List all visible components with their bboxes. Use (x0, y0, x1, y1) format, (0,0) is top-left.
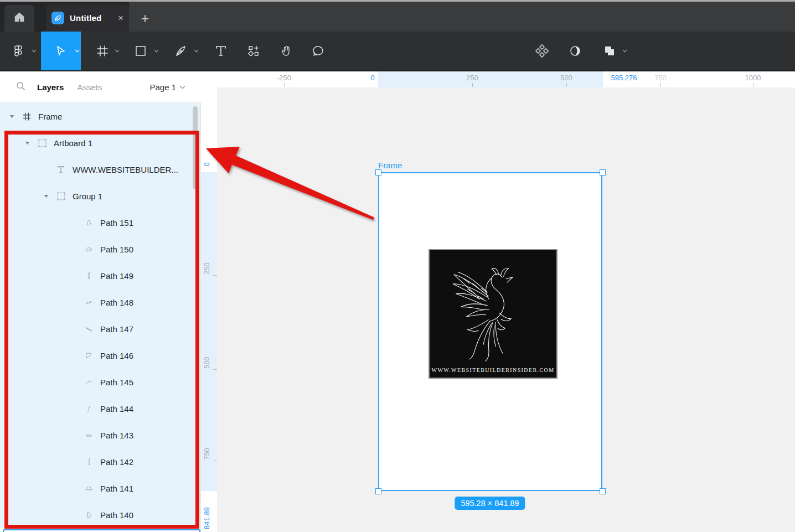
expander-arrow-icon[interactable] (3, 115, 20, 118)
canvas-area[interactable]: -2500250500595.2767501000 0250500750841.… (201, 71, 795, 532)
layer-row-group-1[interactable]: Group 1 (0, 183, 200, 209)
chevron-down-icon[interactable] (621, 32, 628, 70)
layer-label: Path 146 (100, 351, 133, 360)
layer-label: Path 148 (100, 298, 133, 307)
path-leaf-icon (82, 272, 95, 280)
expander-arrow-icon[interactable] (19, 141, 35, 145)
layer-label: Path 144 (100, 404, 133, 414)
hand-icon (280, 44, 293, 58)
mask-icon (569, 44, 582, 58)
resize-handle-bottom-right[interactable] (600, 488, 606, 494)
vertical-ruler: 0250500750841.89 (201, 87, 217, 532)
layers-tree: FrameArtboard 1WWW.WEBSITEBUILDER...Grou… (0, 103, 200, 532)
boolean-icon (603, 44, 616, 58)
v-ruler-label: 500 (203, 357, 211, 369)
chevron-down-icon[interactable] (152, 32, 160, 70)
path-capsule-icon (82, 431, 95, 440)
home-button[interactable] (4, 5, 34, 32)
shape-tool-button[interactable] (130, 32, 152, 70)
document-tab-title: Untitled (70, 13, 112, 23)
layer-row-path-151[interactable]: Path 151 (0, 209, 200, 236)
layer-row-path-143[interactable]: Path 143 (0, 422, 200, 448)
artwork-watermark: WWW.WEBSITEBUILDERINSIDER.COM (430, 367, 556, 373)
layer-row-path-146[interactable]: Path 146 (0, 342, 200, 369)
figma-menu-icon (12, 44, 25, 58)
selection-size-badge: 595.28 × 841.89 (455, 497, 525, 510)
comment-bubble-icon (312, 44, 325, 58)
pen-tool-button[interactable] (170, 32, 192, 70)
text-tool-icon (214, 44, 228, 58)
vertical-ruler-highlight (201, 172, 217, 491)
diamonds-icon (535, 44, 549, 58)
tab-bar: Untitled × + (0, 2, 795, 32)
layer-label: Path 142 (100, 457, 133, 467)
text-tool-button[interactable] (210, 32, 232, 70)
hand-tool-button[interactable] (275, 32, 297, 70)
phoenix-artwork-image[interactable]: WWW.WEBSITEBUILDERINSIDER.COM (429, 249, 557, 379)
layer-row-artboard-1[interactable]: Artboard 1 (0, 130, 200, 156)
h-ruler-label: 750 (654, 74, 667, 82)
layer-row-www-websitebuilder[interactable]: WWW.WEBSITEBUILDER... (0, 156, 200, 183)
home-icon (13, 11, 25, 25)
h-ruler-label: 250 (466, 74, 478, 82)
selected-frame[interactable]: WWW.WEBSITEBUILDERINSIDER.COM (378, 172, 602, 491)
layer-row-path-141[interactable]: Path 141 (0, 475, 200, 502)
frame-tool-button[interactable] (91, 32, 113, 70)
h-ruler-tick (753, 83, 753, 87)
main-menu-button[interactable] (7, 32, 29, 70)
layer-row-frame[interactable]: Frame (0, 103, 200, 130)
comment-button[interactable] (307, 32, 329, 70)
close-tab-icon[interactable]: × (118, 13, 123, 24)
h-ruler-tick (284, 83, 285, 87)
lunacy-editor-window: Untitled × + Layers Assets Page 1 FrameA… (0, 0, 795, 532)
chevron-down-icon[interactable] (192, 32, 200, 70)
chevron-down-icon[interactable] (30, 32, 38, 70)
h-ruler-tick (472, 83, 473, 87)
frame-canvas-label[interactable]: Frame (378, 161, 402, 170)
left-panel: Layers Assets Page 1 FrameArtboard 1WWW.… (0, 71, 201, 532)
horizontal-ruler: -2500250500595.2767501000 (201, 71, 795, 87)
layer-row-path-149[interactable]: Path 149 (0, 262, 200, 289)
layer-label: Path 141 (100, 484, 133, 493)
layer-row-path-140[interactable]: Path 140 (0, 502, 200, 528)
component-button[interactable] (531, 32, 553, 70)
page-selector[interactable]: Page 1 (149, 82, 185, 92)
chevron-down-icon[interactable] (73, 32, 81, 70)
h-ruler-label: 0 (370, 74, 374, 82)
resize-handle-bottom-left[interactable] (375, 488, 381, 494)
layer-label: Path 140 (100, 510, 133, 520)
chevron-down-icon (179, 85, 185, 89)
resources-button[interactable] (242, 32, 265, 70)
document-tab[interactable]: Untitled × (46, 4, 129, 32)
layer-label: Path 151 (100, 218, 133, 228)
chevron-down-icon[interactable] (113, 32, 121, 70)
layer-row-path-142[interactable]: Path 142 (0, 448, 200, 475)
search-icon[interactable] (16, 81, 26, 94)
layer-row-path-147[interactable]: Path 147 (0, 316, 200, 342)
layer-label: Path 147 (100, 324, 133, 334)
tab-assets[interactable]: Assets (77, 82, 102, 92)
v-ruler-tick (213, 461, 217, 461)
boolean-button[interactable] (598, 32, 621, 70)
text-layer-icon (54, 165, 68, 174)
next-row-selection-outline (3, 529, 200, 532)
expander-arrow-icon[interactable] (38, 194, 54, 198)
h-ruler-label: 1000 (745, 74, 761, 82)
layer-row-path-148[interactable]: Path 148 (0, 289, 200, 316)
panel-scrollbar[interactable] (193, 106, 198, 189)
layer-row-path-145[interactable]: Path 145 (0, 369, 200, 395)
new-tab-button[interactable]: + (135, 8, 155, 28)
path-halfmoon-icon (82, 511, 95, 519)
path-arc-icon (82, 484, 95, 493)
v-ruler-label: 0 (203, 162, 211, 166)
panel-header: Layers Assets Page 1 (0, 71, 201, 103)
layer-row-path-144[interactable]: Path 144 (0, 395, 200, 422)
resize-handle-top-left[interactable] (375, 169, 381, 175)
layer-row-path-150[interactable]: Path 150 (0, 236, 200, 262)
resize-handle-top-right[interactable] (600, 169, 606, 175)
resources-icon (247, 44, 260, 58)
tab-layers[interactable]: Layers (37, 82, 64, 92)
mask-button[interactable] (564, 32, 586, 70)
h-ruler-label: -250 (277, 74, 291, 82)
layer-label: Frame (38, 112, 62, 121)
